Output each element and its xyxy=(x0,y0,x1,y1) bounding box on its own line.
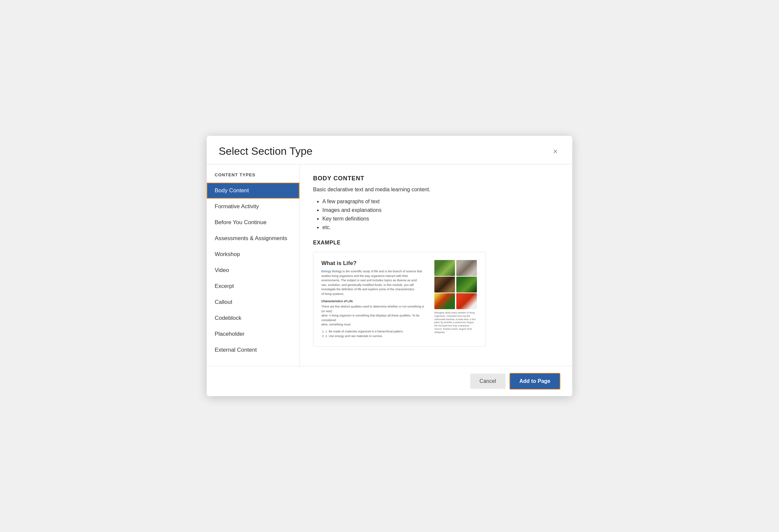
bullet-item-2: Images and explanations xyxy=(322,207,559,213)
sidebar-item-codeblock[interactable]: Codeblock xyxy=(207,310,299,326)
sidebar-item-formative-activity[interactable]: Formative Activity xyxy=(207,199,299,214)
modal-body: CONTENT TYPES Body Content Formative Act… xyxy=(207,164,572,366)
example-label: EXAMPLE xyxy=(313,240,559,246)
example-article-body: Biology Biology is the scientific study … xyxy=(321,269,426,296)
fern-image xyxy=(456,277,477,292)
sidebar-item-external-content[interactable]: External Content xyxy=(207,342,299,358)
cancel-button[interactable]: Cancel xyxy=(470,374,505,389)
add-to-page-button[interactable]: Add to Page xyxy=(510,373,560,390)
nature-image-grid xyxy=(434,260,478,309)
sidebar-item-placeholder[interactable]: Placeholder xyxy=(207,326,299,342)
content-types-label: CONTENT TYPES xyxy=(207,172,299,183)
bullet-item-3: Key term definitions xyxy=(322,216,559,222)
feature-list: A few paragraphs of text Images and expl… xyxy=(313,199,559,230)
sidebar-item-excerpt[interactable]: Excerpt xyxy=(207,278,299,294)
sidebar-item-assessments-assignments[interactable]: Assessments & Assignments xyxy=(207,230,299,247)
sidebar: CONTENT TYPES Body Content Formative Act… xyxy=(207,164,300,366)
sidebar-item-workshop[interactable]: Workshop xyxy=(207,247,299,262)
ants-image xyxy=(434,277,455,292)
content-detail-area: BODY CONTENT Basic declarative text and … xyxy=(300,164,572,366)
sidebar-item-before-you-continue[interactable]: Before You Continue xyxy=(207,214,299,230)
close-button[interactable]: × xyxy=(550,146,560,157)
example-preview-card: What is Life? Biology Biology is the sci… xyxy=(313,252,486,347)
bullet-item-4: etc. xyxy=(322,224,559,230)
sidebar-item-callout[interactable]: Callout xyxy=(207,294,299,310)
example-subtext: There are five distinct qualities used t… xyxy=(321,305,426,327)
koala-image xyxy=(456,260,477,276)
bullet-item-1: A few paragraphs of text xyxy=(322,199,559,205)
example-subheading: Characteristics of Life xyxy=(321,300,426,303)
modal-footer: Cancel Add to Page xyxy=(207,366,572,396)
sidebar-item-body-content[interactable]: Body Content xyxy=(207,183,299,199)
content-description: Basic declarative text and media learnin… xyxy=(313,187,559,193)
example-article-text: What is Life? Biology Biology is the sci… xyxy=(321,260,426,338)
grasshopper-image xyxy=(434,260,455,276)
content-type-title: BODY CONTENT xyxy=(313,175,559,182)
example-article-title: What is Life? xyxy=(321,260,426,267)
example-image-block: Biologists study many varieties of livin… xyxy=(434,260,478,338)
image-caption: Biologists study many varieties of livin… xyxy=(434,311,478,334)
frog-image xyxy=(434,293,455,309)
mushroom-image xyxy=(456,293,477,309)
sidebar-item-video[interactable]: Video xyxy=(207,262,299,278)
modal-header: Select Section Type × xyxy=(207,136,572,164)
modal-dialog: Select Section Type × CONTENT TYPES Body… xyxy=(207,136,572,396)
example-article-list: 1. Be made of materials organized in a h… xyxy=(321,329,426,339)
modal-title: Select Section Type xyxy=(219,145,312,157)
